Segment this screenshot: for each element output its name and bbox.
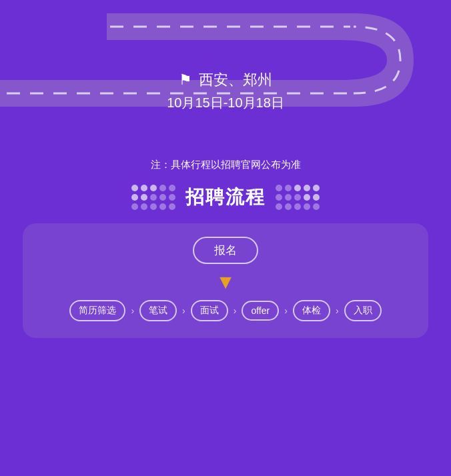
process-container: 报名 ▼ 简历筛选 › 笔试 › 面试 › offer › 体检 › 入职	[23, 223, 428, 338]
location-info: ⚑ 西安、郑州 10月15日-10月18日	[167, 70, 284, 112]
section-title: 招聘流程	[185, 185, 266, 210]
dots-right	[276, 185, 320, 210]
step-arrow-3: ›	[284, 305, 288, 316]
step-badge-2[interactable]: 面试	[191, 300, 228, 321]
step-badge-1[interactable]: 笔试	[139, 300, 177, 321]
step-arrow-0: ›	[131, 305, 134, 316]
location-text: 西安、郑州	[199, 70, 272, 90]
steps-row: 简历筛选 › 笔试 › 面试 › offer › 体检 › 入职	[69, 300, 381, 321]
register-badge[interactable]: 报名	[193, 237, 258, 264]
down-arrow-icon: ▼	[215, 272, 236, 292]
road-section: ⚑ 西安、郑州 10月15日-10月18日	[0, 0, 451, 147]
step-arrow-1: ›	[182, 305, 185, 316]
flag-icon: ⚑	[179, 71, 192, 89]
dots-left	[131, 185, 175, 210]
step-badge-4[interactable]: 体检	[293, 300, 330, 321]
step-badge-0[interactable]: 简历筛选	[69, 300, 125, 321]
note-text: 注：具体行程以招聘官网公布为准	[0, 153, 451, 177]
location-line: ⚑ 西安、郑州	[167, 70, 284, 90]
section-title-container: 招聘流程	[0, 185, 451, 210]
step-arrow-4: ›	[336, 305, 339, 316]
step-arrow-2: ›	[234, 305, 237, 316]
step-badge-3[interactable]: offer	[242, 301, 279, 321]
step-badge-5[interactable]: 入职	[344, 300, 382, 321]
date-line: 10月15日-10月18日	[167, 94, 284, 112]
